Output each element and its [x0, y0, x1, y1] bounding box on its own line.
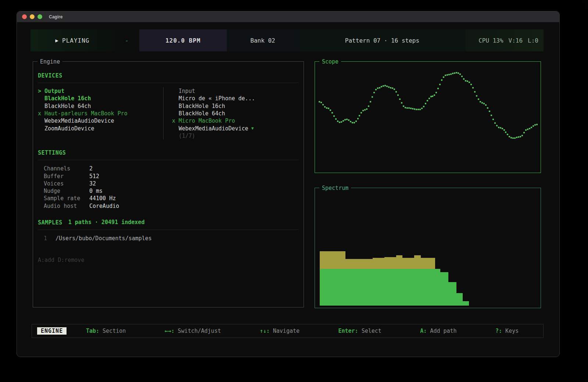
scope-sample-dot [492, 119, 494, 120]
device-column-label: Input [179, 88, 195, 94]
traffic-lights [17, 14, 42, 19]
scope-sample-dot [343, 120, 344, 122]
setting-label: Sample rate [44, 195, 89, 202]
scope-sample-dot [330, 109, 331, 111]
device-item-input[interactable]: WebexMediaAudioDevice▼ [172, 125, 299, 132]
zoom-button[interactable] [37, 14, 42, 19]
spectrum-bar-body [402, 269, 414, 306]
scope-sample-dot [350, 121, 351, 122]
setting-row[interactable]: Nudge0 ms [38, 187, 299, 195]
setting-row[interactable]: Buffer512 [38, 172, 299, 180]
sample-path: /Users/bubo/Documents/samples [55, 235, 152, 242]
spectrum-panel: Spectrum [315, 188, 541, 308]
device-item-output[interactable]: WebexMediaAudioDevice [38, 117, 163, 125]
spectrum-bar-body [456, 293, 463, 306]
bank-display: Bank 02 [227, 29, 299, 51]
settings-rows: Channels2Buffer512Voices32Nudge0 msSampl… [38, 165, 299, 210]
setting-row[interactable]: Audio hostCoreAudio [38, 202, 299, 210]
scope-sample-dot [521, 135, 523, 136]
samples-separator [38, 230, 299, 230]
spectrum-bar-cap [402, 258, 414, 269]
scope-sample-dot [372, 96, 373, 98]
scope-sample-dot [510, 137, 512, 138]
scope-panel: Scope [315, 61, 541, 173]
scope-sample-dot [377, 87, 379, 89]
device-name: Haut-parleurs MacBook Pro [44, 110, 128, 117]
scope-sample-dot [459, 73, 461, 75]
sample-path-row[interactable]: 1/Users/bubo/Documents/samples [38, 235, 299, 242]
play-icon: ▶ [55, 37, 58, 43]
close-button[interactable] [22, 14, 27, 19]
devices-grid: >OutputBlackHole 16chBlackHole 64chxHaut… [38, 87, 299, 140]
scope-sample-dot [341, 121, 342, 123]
device-active-mark: x [38, 110, 44, 117]
sample-path-index: 1 [44, 235, 55, 242]
device-item-input[interactable]: (1/7) [172, 132, 299, 140]
scope-sample-dot [437, 88, 439, 89]
scope-sample-dot [441, 79, 442, 81]
scope-sample-dot [412, 108, 413, 109]
scope-sample-dot [408, 107, 410, 109]
device-column-label: Output [44, 88, 64, 94]
scope-sample-dot [384, 85, 386, 86]
device-name: WebexMediaAudioDevice [44, 118, 114, 124]
transport-status: ▶ PLAYING [31, 29, 114, 51]
setting-value: CoreAudio [89, 203, 119, 209]
scope-sample-dot [423, 106, 424, 107]
scope-sample-dot [529, 128, 530, 129]
setting-row[interactable]: Voices32 [38, 180, 299, 187]
scope-sample-dot [533, 125, 534, 127]
latency-stat: L:0 [528, 37, 538, 44]
scope-sample-dot [485, 104, 487, 106]
minimize-button[interactable] [30, 14, 35, 19]
device-item-output[interactable]: BlackHole 64ch [38, 102, 163, 110]
scope-sample-dot [474, 91, 476, 93]
scope-panel-title: Scope [319, 58, 341, 65]
output-device-list: >OutputBlackHole 16chBlackHole 64chxHaut… [38, 87, 163, 140]
scope-sample-dot [375, 89, 377, 90]
device-item-input[interactable]: BlackHole 16ch [172, 102, 299, 110]
scope-sample-dot [463, 78, 465, 80]
spectrum-bar-cap [384, 257, 397, 269]
scope-sample-dot [322, 104, 324, 105]
spectrum-bar-body [421, 269, 435, 306]
engine-panel: Engine DEVICES >OutputBlackHole 16chBlac… [33, 61, 304, 307]
device-item-output[interactable]: ZoomAudioDevice [38, 125, 163, 132]
scope-sample-dot [452, 73, 453, 74]
scope-sample-dot [370, 101, 371, 102]
spectrum-bar-body [435, 269, 440, 306]
scope-sample-dot [505, 131, 506, 133]
key-hint-key: Tab: [86, 328, 99, 334]
scope-sample-dot [390, 87, 391, 89]
scope-sample-dot [434, 94, 435, 96]
scope-sample-dot [417, 109, 419, 110]
scope-sample-dot [487, 107, 488, 109]
scope-sample-dot [419, 109, 421, 110]
mode-badge: ENGINE [37, 327, 67, 335]
device-item-input[interactable]: BlackHole 64ch [172, 110, 299, 117]
scope-sample-dot [518, 136, 519, 138]
device-item-input[interactable]: xMicro MacBook Pro [172, 117, 299, 125]
setting-row[interactable]: Channels2 [38, 165, 299, 172]
device-item-output[interactable]: xHaut-parleurs MacBook Pro [38, 110, 163, 117]
scope-sample-dot [414, 108, 415, 110]
key-hint-key: ?: [495, 328, 502, 334]
scope-sample-dot [470, 84, 472, 85]
voices-stat: V:16 [509, 37, 523, 44]
app-window: Cagire ▶ PLAYING - 120.0 BPM Bank 02 Pat… [17, 11, 560, 357]
spectrum-bar-body [345, 269, 373, 306]
transport-dash: - [114, 29, 139, 51]
device-item-input[interactable]: Micro de « iPhone de... [172, 95, 299, 102]
scope-sample-dot [406, 107, 408, 109]
scope-sample-dot [481, 102, 483, 104]
spectrum-bar-cap [421, 258, 435, 269]
device-item-output[interactable]: BlackHole 16ch [38, 95, 163, 102]
scope-sample-dot [319, 101, 320, 102]
scope-sample-dot [443, 76, 444, 78]
scope-sample-dot [352, 122, 353, 123]
setting-row[interactable]: Sample rate44100 Hz [38, 195, 299, 202]
scope-sample-dot [366, 108, 368, 110]
scope-sample-dot [500, 127, 501, 129]
spectrum-bar-cap [345, 259, 373, 269]
scope-sample-dot [502, 128, 503, 129]
